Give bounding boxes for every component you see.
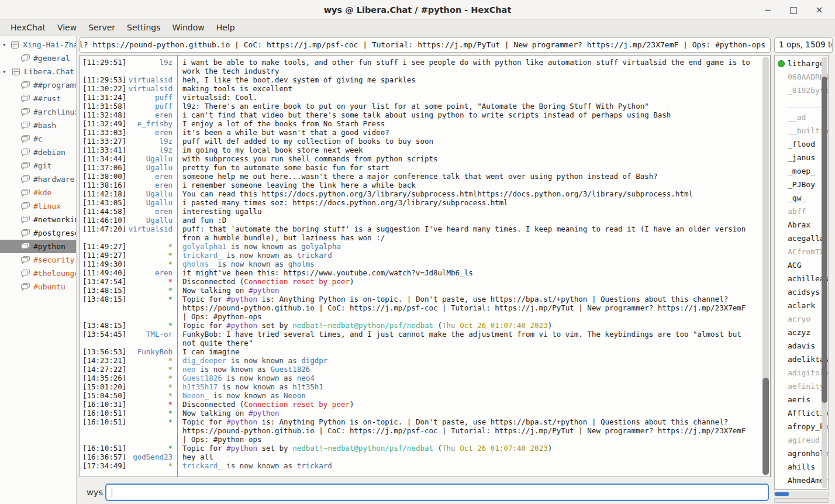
tree-channel--networking[interactable]: #networking bbox=[0, 213, 76, 226]
timestamp: [13:48:15] bbox=[82, 286, 128, 295]
menu-server[interactable]: Server bbox=[82, 20, 121, 36]
timestamp: [11:49:40] bbox=[82, 268, 128, 277]
userlist-scrollbar-thumb[interactable] bbox=[822, 77, 827, 403]
server-channel-tree: ▾Xing-Hai-Zhan#general▾Libera.Chat##prog… bbox=[0, 36, 77, 504]
user-list-item[interactable]: ACfromTX bbox=[775, 245, 828, 258]
tree-channel--kde[interactable]: #kde bbox=[0, 186, 76, 199]
event-star: * bbox=[128, 382, 177, 391]
user-list-item[interactable]: _______ bbox=[775, 97, 828, 111]
user-list-item[interactable]: _janus bbox=[775, 151, 828, 164]
message-text: Disconnected (Connection reset by peer) bbox=[177, 277, 760, 286]
user-list-item[interactable]: adigitole bbox=[775, 366, 828, 379]
message-text: You can read this https://docs.python.or… bbox=[177, 189, 760, 198]
user-list-item[interactable]: _flood bbox=[775, 137, 828, 151]
event-star: * bbox=[128, 321, 177, 330]
tree-channel--linux[interactable]: #linux bbox=[0, 199, 76, 213]
minimize-icon[interactable]: − bbox=[759, 5, 777, 15]
user-list-item[interactable]: achilleas bbox=[775, 272, 828, 285]
tree-channel--security[interactable]: #security bbox=[0, 253, 76, 267]
expander-icon[interactable]: ▾ bbox=[2, 68, 11, 75]
menu-settings[interactable]: Settings bbox=[121, 20, 166, 36]
user-list-item[interactable]: acidsys bbox=[775, 285, 828, 299]
message-text: Topic for #python is: Anything Python is… bbox=[177, 417, 760, 444]
message-text: interesting ugallu bbox=[177, 207, 760, 216]
message-text: neo is now known as Guest1826 bbox=[177, 365, 760, 374]
tree-channel--programming[interactable]: ##programming bbox=[0, 78, 76, 92]
message-text: i want be able to make tools, and other … bbox=[177, 58, 760, 75]
server-icon bbox=[11, 67, 21, 76]
menu-help[interactable]: Help bbox=[211, 20, 241, 36]
user-list-item[interactable]: 068AADRKN bbox=[775, 70, 828, 84]
chat-line: [16:10:31]*Disconnected (Connection rese… bbox=[82, 400, 760, 409]
user-list-item[interactable]: AhmedAmer bbox=[775, 474, 828, 487]
chat-line: [11:49:27]*trickard_ is now known as tri… bbox=[82, 251, 760, 260]
tree-channel--c[interactable]: #c bbox=[0, 132, 76, 146]
channel-icon bbox=[20, 134, 30, 143]
user-list-item[interactable]: litharge bbox=[775, 57, 828, 70]
nickname: Ugallu bbox=[128, 198, 177, 207]
maximize-icon[interactable]: □ bbox=[785, 5, 802, 15]
user-list-item[interactable]: _8192byte bbox=[775, 84, 828, 97]
title-bar: wys @ Libera.Chat / #python - HexChat − … bbox=[0, 0, 835, 20]
user-list-item[interactable]: acegalla- bbox=[775, 232, 828, 245]
throttle-meter bbox=[774, 498, 829, 503]
menu-hexchat[interactable]: HexChat bbox=[5, 20, 51, 36]
user-list-item[interactable]: __ad bbox=[775, 111, 828, 124]
own-nick-label: wys bbox=[87, 488, 103, 497]
tree-server-libera-chat[interactable]: ▾Libera.Chat bbox=[0, 65, 76, 78]
user-list-item[interactable]: aefinity bbox=[775, 379, 828, 393]
user-list-item[interactable]: _moep_ bbox=[775, 164, 828, 178]
user-list-item[interactable]: Afflictio bbox=[775, 406, 828, 420]
channel-icon bbox=[20, 229, 30, 237]
user-list-item[interactable]: __builtin bbox=[775, 124, 828, 137]
expander-icon[interactable]: ▾ bbox=[2, 41, 10, 49]
topic-bar[interactable]: about this channel? https://pound-python… bbox=[80, 37, 771, 53]
message-text: FunkyBob: I have tried several times, an… bbox=[177, 330, 760, 347]
tree-channel--ubuntu[interactable]: #ubuntu bbox=[0, 280, 76, 294]
menu-window[interactable]: Window bbox=[166, 20, 210, 36]
user-list-item[interactable]: afropy_ke bbox=[775, 420, 828, 433]
user-list-item[interactable]: adeliktas bbox=[775, 353, 828, 366]
user-list-item[interactable]: ACG bbox=[775, 258, 828, 272]
user-list-item[interactable]: adavis bbox=[775, 339, 828, 353]
user-list-item[interactable]: ahills bbox=[775, 460, 828, 474]
user-nick: ACG bbox=[788, 261, 801, 270]
user-list-item[interactable]: Abrax bbox=[775, 218, 828, 232]
user-list-item[interactable]: _qw_ bbox=[775, 191, 828, 205]
tree-channel--postgresql[interactable]: #postgresql bbox=[0, 226, 76, 240]
chat-scrollbar-thumb[interactable] bbox=[762, 378, 769, 475]
tree-channel--bash[interactable]: #bash bbox=[0, 119, 76, 132]
user-list-item[interactable]: abff bbox=[775, 205, 828, 218]
nickname: puff bbox=[128, 93, 177, 102]
tree-channel--hardware[interactable]: #hardware bbox=[0, 172, 76, 186]
event-star: * bbox=[128, 251, 177, 260]
user-list-item[interactable]: agronholm bbox=[775, 447, 828, 460]
tree-channel--archlinux[interactable]: #archlinux bbox=[0, 105, 76, 119]
user-list-item[interactable]: agireud bbox=[775, 433, 828, 447]
user-list-item[interactable]: aczyz bbox=[775, 326, 828, 339]
tree-label: #general bbox=[33, 54, 70, 63]
nickname: virtualsid bbox=[128, 225, 177, 242]
chat-line: [11:32:48]ereni can't find that video bu… bbox=[82, 111, 760, 119]
tree-channel--python[interactable]: #python bbox=[0, 240, 76, 253]
tree-channel--general[interactable]: #general bbox=[0, 51, 76, 65]
close-icon[interactable]: × bbox=[810, 5, 828, 15]
menu-view[interactable]: View bbox=[51, 20, 82, 36]
tree-label: #git bbox=[33, 161, 51, 170]
tree-channel--rust[interactable]: ##rust bbox=[0, 92, 76, 105]
user-nick: _qw_ bbox=[788, 194, 806, 202]
timestamp: [11:33:27] bbox=[82, 137, 128, 146]
user-list-item[interactable]: aclark bbox=[775, 299, 828, 312]
user-list-item[interactable]: acryo bbox=[775, 312, 828, 326]
tree-channel--git[interactable]: #git bbox=[0, 159, 76, 172]
message-input[interactable] bbox=[105, 484, 769, 501]
channel-icon bbox=[20, 188, 30, 197]
timestamp: [11:38:16] bbox=[82, 181, 128, 189]
tree-server-xing-hai-zhan[interactable]: ▾Xing-Hai-Zhan bbox=[0, 38, 76, 51]
user-list-item[interactable]: _PJBoy bbox=[775, 178, 828, 191]
user-list-item[interactable]: aeris bbox=[775, 393, 828, 406]
tree-channel--thelounge[interactable]: #thelounge bbox=[0, 267, 76, 280]
tree-channel--debian[interactable]: #debian bbox=[0, 146, 76, 159]
channel-icon bbox=[20, 108, 30, 116]
timestamp: [11:33:41] bbox=[82, 146, 128, 154]
